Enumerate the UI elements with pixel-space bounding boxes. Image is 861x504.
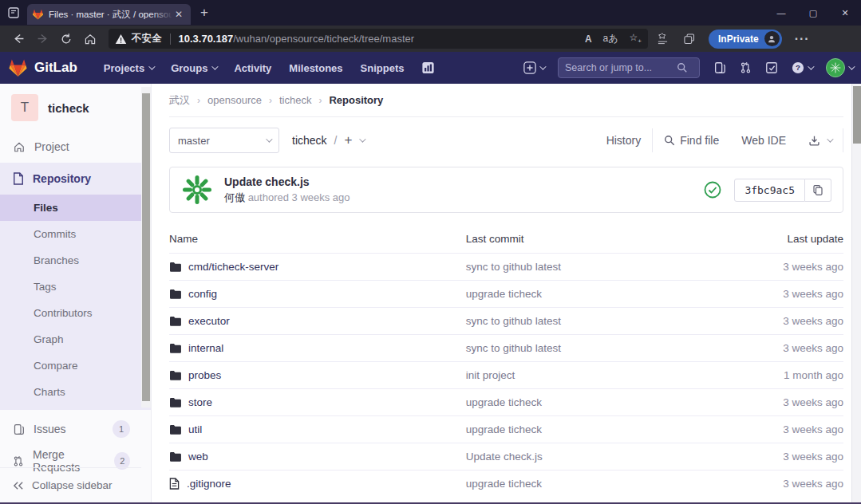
commit-message-link[interactable]: sync to github latest: [466, 261, 561, 273]
favorites-bar-icon[interactable]: [656, 33, 669, 45]
inprivate-badge[interactable]: InPrivate: [709, 30, 782, 49]
commit-author-identicon[interactable]: [181, 174, 213, 206]
table-row[interactable]: .gitignore upgrade ticheck 3 weeks ago: [169, 471, 843, 498]
collections-icon[interactable]: [682, 33, 696, 45]
tab-close-icon[interactable]: ✕: [172, 9, 186, 20]
window-close-button[interactable]: ✕: [829, 0, 861, 26]
address-bar[interactable]: 不安全 10.3.70.187/wuhan/opensource/ticheck…: [109, 29, 648, 49]
commit-title[interactable]: Update check.js: [224, 175, 350, 188]
path-separator: /: [334, 134, 338, 147]
copy-commit-sha-button[interactable]: [805, 179, 831, 202]
chevron-down-icon[interactable]: [360, 136, 366, 142]
read-aloud-icon[interactable]: A: [585, 33, 592, 45]
sidebar-item-branches[interactable]: Branches: [0, 247, 151, 274]
table-row[interactable]: util upgrade ticheck 3 weeks ago: [169, 416, 843, 443]
commit-message-link[interactable]: sync to github latest: [466, 315, 561, 327]
commit-message-link[interactable]: init project: [466, 369, 515, 381]
sidebar-item-graph[interactable]: Graph: [0, 326, 151, 352]
project-header[interactable]: T ticheck: [0, 84, 151, 131]
translate-icon[interactable]: aあ: [603, 32, 618, 45]
path-project[interactable]: ticheck: [292, 134, 327, 147]
sidebar-item-charts[interactable]: Charts: [0, 379, 151, 405]
add-file-button[interactable]: +: [344, 132, 352, 148]
table-row[interactable]: executor sync to github latest 3 weeks a…: [169, 308, 843, 335]
sidebar-item-contributors[interactable]: Contributors: [0, 300, 151, 326]
nav-snippets[interactable]: Snippets: [361, 62, 405, 74]
merge-request-icon[interactable]: [740, 61, 752, 74]
window-minimize-button[interactable]: —: [765, 0, 797, 26]
sidebar-scrollbar[interactable]: [141, 87, 151, 408]
todo-icon[interactable]: [765, 61, 778, 74]
table-row[interactable]: store upgrade ticheck 3 weeks ago: [169, 389, 843, 416]
file-link[interactable]: executor: [169, 315, 466, 327]
sidebar-item-tags[interactable]: Tags: [0, 274, 151, 300]
page-scrollbar[interactable]: [851, 84, 861, 502]
find-file-button[interactable]: Find file: [653, 134, 730, 147]
download-button[interactable]: [797, 135, 843, 147]
commit-message-link[interactable]: Update check.js: [466, 451, 543, 463]
commit-author[interactable]: 何傲: [224, 191, 245, 203]
tab-actions-icon[interactable]: [0, 6, 27, 19]
gitlab-brand[interactable]: GitLab: [8, 58, 77, 77]
add-favorite-icon[interactable]: ☆+: [630, 32, 642, 45]
breadcrumb-group[interactable]: 武汉: [169, 93, 190, 108]
gitlab-favicon: [32, 9, 44, 20]
file-link[interactable]: cmd/ticheck-server: [169, 261, 466, 273]
commit-message-link[interactable]: upgrade ticheck: [466, 396, 542, 408]
nav-activity[interactable]: Activity: [234, 62, 271, 74]
sidebar-item-project[interactable]: Project: [0, 131, 151, 163]
pipeline-status-icon[interactable]: [704, 181, 721, 199]
table-row[interactable]: config upgrade ticheck 3 weeks ago: [169, 281, 843, 308]
issues-icon[interactable]: [713, 61, 726, 74]
web-ide-button[interactable]: Web IDE: [730, 134, 797, 147]
sidebar-scrollbar-thumb[interactable]: [142, 93, 150, 401]
table-row[interactable]: web Update check.js 3 weeks ago: [169, 443, 843, 471]
last-update: 3 weeks ago: [783, 261, 843, 273]
search-input[interactable]: [565, 62, 677, 73]
site-security-chip[interactable]: 不安全: [115, 32, 162, 45]
commit-message-link[interactable]: upgrade ticheck: [466, 423, 542, 435]
refresh-icon[interactable]: [54, 33, 78, 45]
chart-icon[interactable]: [421, 61, 435, 74]
forward-icon[interactable]: [30, 32, 54, 45]
global-search[interactable]: [558, 57, 700, 78]
folder-icon: [169, 451, 181, 462]
file-link[interactable]: .gitignore: [169, 478, 466, 490]
table-row[interactable]: internal sync to github latest 3 weeks a…: [169, 335, 843, 362]
table-row[interactable]: cmd/ticheck-server sync to github latest…: [169, 254, 843, 281]
commit-sha[interactable]: 3fbc9ac5: [734, 179, 805, 202]
commit-message-link[interactable]: upgrade ticheck: [466, 288, 542, 300]
commit-message-link[interactable]: sync to github latest: [466, 342, 561, 354]
commit-message-link[interactable]: upgrade ticheck: [466, 478, 542, 490]
breadcrumb-project[interactable]: ticheck: [279, 94, 311, 106]
sidebar-item-repository[interactable]: Repository: [0, 163, 151, 195]
user-avatar[interactable]: [826, 58, 853, 77]
new-tab-button[interactable]: +: [200, 5, 208, 21]
sidebar-item-commits[interactable]: Commits: [0, 221, 151, 247]
file-link[interactable]: util: [169, 423, 466, 435]
back-icon[interactable]: [6, 32, 30, 45]
file-link[interactable]: probes: [169, 369, 466, 381]
history-button[interactable]: History: [595, 134, 653, 147]
file-link[interactable]: config: [169, 288, 466, 300]
new-menu-button[interactable]: [523, 61, 544, 74]
help-icon[interactable]: ?: [792, 61, 812, 74]
nav-projects[interactable]: Projects: [104, 62, 153, 74]
collapse-sidebar-button[interactable]: Collapse sidebar: [0, 467, 141, 502]
window-maximize-button[interactable]: ▢: [797, 0, 829, 26]
browser-tab[interactable]: Files · master · 武汉 / opensourc ✕: [27, 4, 191, 25]
branch-selector[interactable]: master: [169, 128, 279, 153]
table-row[interactable]: probes init project 1 month ago: [169, 362, 843, 389]
sidebar-item-files[interactable]: Files: [0, 195, 151, 221]
more-menu-icon[interactable]: ···: [795, 32, 810, 46]
sidebar-item-issues[interactable]: Issues 1: [0, 413, 151, 445]
nav-milestones[interactable]: Milestones: [289, 62, 342, 74]
breadcrumb-namespace[interactable]: opensource: [207, 94, 262, 106]
file-link[interactable]: web: [169, 451, 466, 463]
home-icon[interactable]: [78, 33, 102, 45]
file-link[interactable]: store: [169, 396, 466, 408]
nav-groups[interactable]: Groups: [171, 62, 216, 74]
sidebar-item-compare[interactable]: Compare: [0, 352, 151, 379]
file-link[interactable]: internal: [169, 342, 466, 354]
page-scrollbar-thumb[interactable]: [853, 86, 861, 144]
